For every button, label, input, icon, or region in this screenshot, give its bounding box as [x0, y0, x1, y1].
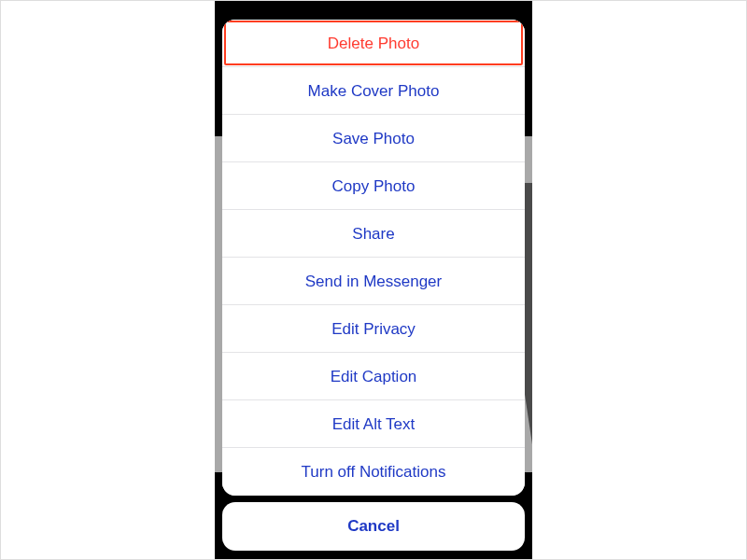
- share-option[interactable]: Share: [222, 210, 525, 258]
- outer-frame: Delete PhotoMake Cover PhotoSave PhotoCo…: [0, 0, 747, 560]
- make-cover-photo-option[interactable]: Make Cover Photo: [222, 67, 525, 115]
- option-label: Save Photo: [332, 130, 415, 147]
- option-label: Copy Photo: [332, 177, 416, 195]
- edit-privacy-option[interactable]: Edit Privacy: [222, 305, 525, 353]
- cancel-button[interactable]: Cancel: [222, 502, 525, 551]
- option-label: Edit Caption: [331, 368, 417, 385]
- option-label: Edit Privacy: [331, 320, 416, 338]
- copy-photo-option[interactable]: Copy Photo: [222, 162, 525, 210]
- turn-off-notifications-option[interactable]: Turn off Notifications: [222, 448, 525, 496]
- option-label: Turn off Notifications: [302, 463, 446, 481]
- edit-alt-text-option[interactable]: Edit Alt Text: [222, 400, 525, 448]
- option-label: Edit Alt Text: [332, 415, 416, 433]
- edit-caption-option[interactable]: Edit Caption: [222, 353, 525, 400]
- option-label: Delete Photo: [328, 35, 419, 52]
- delete-photo-option[interactable]: Delete Photo: [222, 20, 525, 67]
- option-label: Make Cover Photo: [308, 82, 440, 100]
- option-label: Share: [352, 225, 394, 243]
- save-photo-option[interactable]: Save Photo: [222, 115, 525, 162]
- photo-action-sheet: Delete PhotoMake Cover PhotoSave PhotoCo…: [222, 20, 525, 552]
- action-sheet-options: Delete PhotoMake Cover PhotoSave PhotoCo…: [222, 20, 525, 496]
- cancel-button-label: Cancel: [347, 517, 400, 535]
- phone-screen: Delete PhotoMake Cover PhotoSave PhotoCo…: [215, 1, 532, 560]
- option-label: Send in Messenger: [305, 273, 442, 290]
- send-in-messenger-option[interactable]: Send in Messenger: [222, 258, 525, 305]
